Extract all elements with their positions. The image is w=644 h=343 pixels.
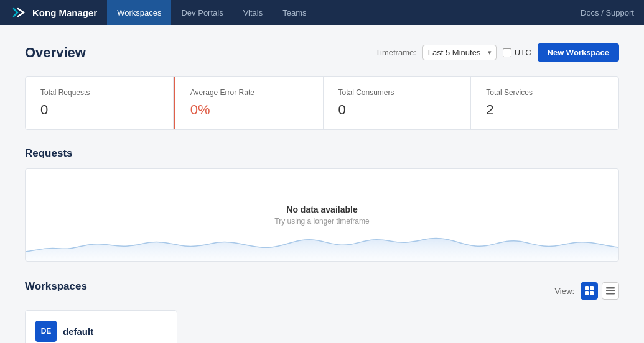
stat-avg-error-rate-value: 0% [190, 102, 308, 118]
docs-support-link[interactable]: Docs / Support [581, 8, 634, 17]
list-view-button[interactable] [602, 282, 619, 300]
list-icon [606, 286, 615, 295]
overview-title: Overview [25, 45, 86, 61]
main-content: Overview Timeframe: Last 5 Minutes UTC N… [0, 25, 644, 343]
svg-rect-5 [606, 287, 615, 289]
new-workspace-button[interactable]: New Workspace [538, 43, 619, 62]
svg-rect-3 [585, 291, 589, 295]
stat-total-services-value: 2 [486, 102, 604, 118]
timeframe-label: Timeframe: [376, 48, 416, 57]
requests-title: Requests [25, 147, 619, 160]
svg-rect-2 [590, 286, 594, 290]
nav-teams[interactable]: Teams [273, 0, 316, 25]
grid-view-button[interactable] [581, 282, 598, 300]
chart-hint-text: Try using a longer timeframe [274, 217, 369, 226]
overview-header: Overview Timeframe: Last 5 Minutes UTC N… [25, 43, 619, 62]
timeframe-select[interactable]: Last 5 Minutes [422, 45, 497, 60]
workspace-name[interactable]: default [63, 326, 93, 337]
workspace-badge: DE [35, 321, 57, 342]
brand-text: Kong Manager [32, 7, 97, 18]
requests-chart: No data available Try using a longer tim… [25, 168, 619, 262]
stat-total-services: Total Services 2 [471, 77, 618, 129]
brand[interactable]: Kong Manager [10, 4, 97, 21]
stat-total-consumers-value: 0 [338, 102, 456, 118]
timeframe-select-wrapper: Last 5 Minutes [422, 45, 497, 60]
stat-total-consumers-label: Total Consumers [338, 88, 456, 97]
nav-workspaces[interactable]: Workspaces [107, 0, 171, 25]
stat-avg-error-rate-label: Average Error Rate [190, 88, 308, 97]
workspaces-header: Workspaces View: [25, 280, 619, 301]
nav-vitals[interactable]: Vitals [233, 0, 273, 25]
navbar: Kong Manager Workspaces Dev Portals Vita… [0, 0, 644, 25]
utc-text: UTC [515, 48, 531, 57]
header-controls: Timeframe: Last 5 Minutes UTC New Worksp… [376, 43, 619, 62]
stat-total-consumers: Total Consumers 0 [324, 77, 472, 129]
view-label: View: [554, 286, 574, 296]
stat-avg-error-rate: Average Error Rate 0% [174, 77, 324, 129]
svg-rect-4 [590, 291, 594, 295]
navbar-left: Kong Manager Workspaces Dev Portals Vita… [10, 0, 317, 25]
workspaces-title: Workspaces [25, 280, 87, 293]
stat-total-services-label: Total Services [486, 88, 604, 97]
chart-no-data-text: No data available [286, 204, 357, 214]
stat-total-requests-value: 0 [40, 102, 158, 118]
svg-rect-6 [606, 290, 615, 292]
stat-total-requests: Total Requests 0 [26, 77, 174, 129]
svg-rect-7 [606, 293, 615, 295]
stat-total-requests-label: Total Requests [40, 88, 158, 97]
chart-waves-icon [26, 224, 618, 261]
view-controls: View: [554, 282, 619, 300]
workspace-card-default: DE default 0 Requests 0% Error Rate [25, 310, 177, 343]
workspace-card-header: DE default [35, 321, 167, 342]
nav-dev-portals[interactable]: Dev Portals [171, 0, 233, 25]
stats-row: Total Requests 0 Average Error Rate 0% T… [25, 76, 619, 130]
nav-links: Workspaces Dev Portals Vitals Teams [107, 0, 316, 25]
svg-rect-1 [585, 286, 589, 290]
utc-checkbox-label[interactable]: UTC [503, 48, 531, 57]
kong-logo-icon [10, 4, 27, 21]
utc-checkbox[interactable] [503, 48, 511, 57]
grid-icon [585, 286, 594, 295]
